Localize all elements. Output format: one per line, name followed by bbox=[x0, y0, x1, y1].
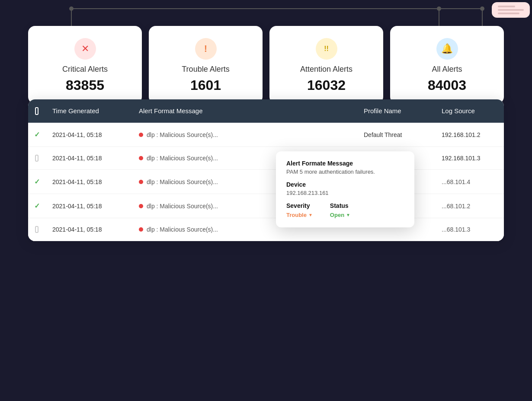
alert-lines bbox=[498, 6, 524, 14]
row-checkbox-icon[interactable] bbox=[35, 155, 38, 162]
row-check-1[interactable] bbox=[28, 147, 45, 169]
alert-dot-icon bbox=[139, 227, 143, 232]
tooltip-message-title: Alert Formate Message bbox=[286, 160, 404, 167]
critical-icon: ✕ bbox=[74, 38, 96, 60]
tooltip-device-title: Device bbox=[286, 181, 404, 188]
source-4: ...68.101.3 bbox=[435, 218, 504, 241]
svg-point-6 bbox=[437, 6, 441, 11]
all-label: All Alerts bbox=[432, 65, 462, 74]
alert-dot-icon bbox=[139, 156, 143, 160]
row-check-0[interactable]: ✓ bbox=[28, 123, 45, 146]
header-checkbox-cell[interactable] bbox=[28, 99, 45, 123]
severity-badge[interactable]: Trouble ▼ bbox=[286, 212, 313, 218]
chevron-down-icon[interactable]: ▼ bbox=[346, 213, 350, 217]
tooltip-device-value: 192.168.213.161 bbox=[286, 190, 404, 196]
tooltip-message-section: Alert Formate Message PAM 5 more authent… bbox=[286, 160, 404, 175]
row-check-2[interactable]: ✓ bbox=[28, 170, 45, 194]
checkmark-icon: ✓ bbox=[34, 130, 40, 139]
table-row[interactable]: 2021-04-11, 05:18 dlp : Malicious Source… bbox=[28, 147, 504, 170]
profile-0: Default Threat bbox=[357, 124, 435, 146]
time-2: 2021-04-11, 05:18 bbox=[45, 171, 132, 193]
status-badge[interactable]: Open ▼ bbox=[330, 212, 350, 218]
alert-widget[interactable]: ! bbox=[492, 2, 530, 18]
attention-alerts-card[interactable]: !! Attention Alerts 16032 bbox=[269, 26, 383, 104]
time-3: 2021-04-11, 05:18 bbox=[45, 195, 132, 217]
attention-value: 16032 bbox=[307, 77, 346, 93]
attention-icon: !! bbox=[316, 38, 337, 60]
tooltip-device-section: Device 192.168.213.161 bbox=[286, 181, 404, 196]
checkmark-icon: ✓ bbox=[34, 202, 40, 210]
row-check-3[interactable]: ✓ bbox=[28, 194, 45, 218]
checkmark-icon: ✓ bbox=[34, 178, 40, 186]
alert-dot-icon bbox=[139, 204, 143, 208]
alert-tooltip: Alert Formate Message PAM 5 more authent… bbox=[276, 151, 414, 227]
tooltip-severity-title: Severity bbox=[286, 202, 313, 209]
tooltip-bottom-row: Severity Trouble ▼ Status Open ▼ bbox=[286, 202, 404, 219]
table-header: Time Generated Alert Format Message Prof… bbox=[28, 99, 504, 123]
trouble-alerts-card[interactable]: ! Trouble Alerts 1601 bbox=[149, 26, 263, 104]
source-2: ...68.101.4 bbox=[435, 171, 504, 193]
source-3: ...68.101.2 bbox=[435, 195, 504, 217]
svg-point-3 bbox=[69, 6, 74, 11]
source-1: 192.168.101.3 bbox=[435, 147, 504, 169]
time-generated-header: Time Generated bbox=[45, 99, 132, 123]
alert-line bbox=[498, 13, 519, 14]
tooltip-severity-col: Severity Trouble ▼ bbox=[286, 202, 313, 219]
attention-label: Attention Alerts bbox=[300, 65, 353, 74]
trouble-icon: ! bbox=[195, 38, 217, 60]
tooltip-message-value: PAM 5 more authentication failures. bbox=[286, 169, 404, 175]
alert-line bbox=[498, 9, 524, 11]
alerts-table: Time Generated Alert Format Message Prof… bbox=[28, 99, 504, 241]
row-checkbox-icon[interactable] bbox=[35, 226, 38, 233]
tooltip-status-title: Status bbox=[330, 202, 350, 209]
source-0: 192.168.101.2 bbox=[435, 124, 504, 146]
time-0: 2021-04-11, 05:18 bbox=[45, 124, 132, 146]
critical-alerts-card[interactable]: ✕ Critical Alerts 83855 bbox=[28, 26, 142, 104]
connection-lines bbox=[28, 0, 504, 26]
message-0: dlp : Malicious Source(s)... bbox=[132, 124, 357, 146]
time-4: 2021-04-11, 05:18 bbox=[45, 218, 132, 241]
critical-label: Critical Alerts bbox=[62, 65, 108, 74]
select-all-checkbox[interactable] bbox=[35, 107, 38, 115]
tooltip-status-col: Status Open ▼ bbox=[330, 202, 350, 219]
table-row[interactable]: ✓ 2021-04-11, 05:18 dlp : Malicious Sour… bbox=[28, 194, 504, 218]
alert-message-header: Alert Format Message bbox=[132, 99, 357, 123]
chevron-down-icon[interactable]: ▼ bbox=[308, 213, 313, 217]
svg-point-4 bbox=[480, 6, 484, 11]
log-source-header: Log Source bbox=[435, 99, 504, 123]
alert-line bbox=[498, 6, 515, 7]
table-row[interactable]: ✓ 2021-04-11, 05:18 dlp : Malicious Sour… bbox=[28, 170, 504, 194]
trouble-value: 1601 bbox=[190, 77, 221, 93]
alert-dot-icon bbox=[139, 180, 143, 184]
row-check-4[interactable] bbox=[28, 218, 45, 241]
critical-value: 83855 bbox=[66, 77, 104, 93]
profile-name-header: Profile Name bbox=[357, 99, 435, 123]
alert-bubble: ! bbox=[492, 2, 530, 18]
all-alerts-card[interactable]: 🔔 All Alerts 84003 bbox=[390, 26, 504, 104]
time-1: 2021-04-11, 05:18 bbox=[45, 147, 132, 169]
alert-dot-icon bbox=[139, 133, 143, 137]
table-row[interactable]: ✓ 2021-04-11, 05:18 dlp : Malicious Sour… bbox=[28, 123, 504, 147]
all-value: 84003 bbox=[428, 77, 466, 93]
bell-icon: 🔔 bbox=[436, 38, 458, 60]
stats-row: ✕ Critical Alerts 83855 ! Trouble Alerts… bbox=[28, 26, 504, 104]
table-row[interactable]: 2021-04-11, 05:18 dlp : Malicious Source… bbox=[28, 218, 504, 241]
main-container: ! ✕ Critical Alerts 83855 ! Trou bbox=[28, 26, 504, 241]
trouble-label: Trouble Alerts bbox=[182, 65, 229, 74]
